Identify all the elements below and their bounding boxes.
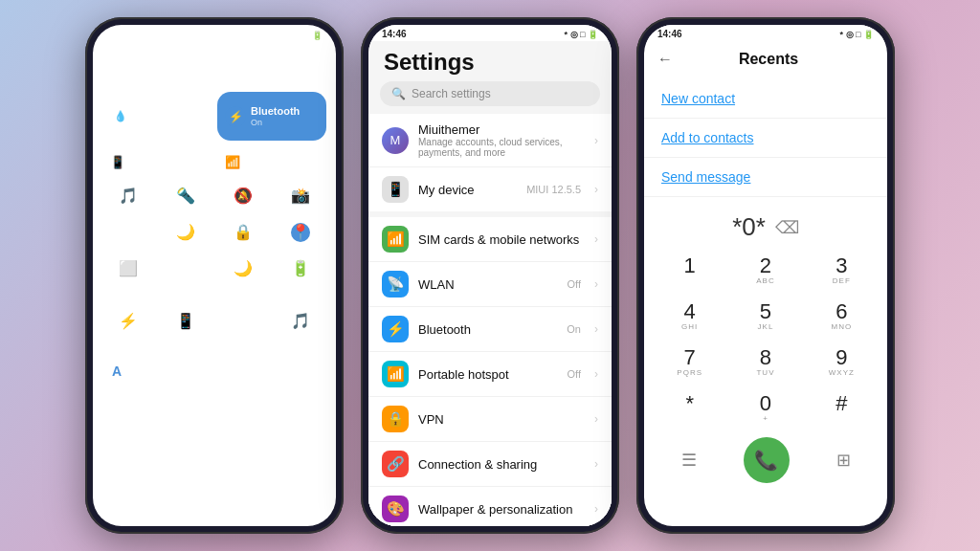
battery-saver-button[interactable]: 🔋 xyxy=(291,259,310,278)
vibrate-button[interactable]: 🎵 xyxy=(119,187,138,206)
key-2[interactable]: 2 ABC xyxy=(727,248,803,294)
call-button[interactable]: 📞 xyxy=(744,437,790,483)
cc-mobile-data[interactable]: 📱 bile data Not available xyxy=(102,146,212,179)
dialer-bottom: ☰ 📞 ⊞ xyxy=(644,431,887,487)
key-6[interactable]: 6 MNO xyxy=(804,294,880,340)
wlan-arrow: › xyxy=(594,277,598,291)
key-1[interactable]: 1 xyxy=(652,248,727,294)
key-4[interactable]: 4 GHI xyxy=(652,294,727,340)
mobile-data-icon: 📱 xyxy=(110,155,125,169)
user-avatar[interactable]: A xyxy=(102,357,131,386)
dnd-label: DND xyxy=(234,279,251,288)
sim-networks-item[interactable]: 📶 SIM cards & mobile networks › xyxy=(368,217,612,262)
key-6-letters: MNO xyxy=(831,322,852,332)
cc-card-bluetooth-text: Bluetooth On xyxy=(251,105,300,128)
phone1-status-icons: * ◎ 🔋 xyxy=(296,31,323,40)
scanner-button[interactable]: ⬜ xyxy=(119,259,138,278)
back-arrow-icon[interactable]: ← xyxy=(657,51,673,68)
settings-search[interactable]: 🔍 Search settings xyxy=(380,81,600,106)
new-contact-link[interactable]: New contact xyxy=(644,79,887,119)
hotspot-item[interactable]: 📶 Portable hotspot Off › xyxy=(368,352,612,397)
key-3[interactable]: 3 DEF xyxy=(804,248,880,294)
location-button[interactable]: 📍 xyxy=(291,223,310,242)
brightness-slider[interactable]: ☀ xyxy=(139,358,326,385)
cc-wlan[interactable]: 📶 WLAN Off xyxy=(217,146,326,179)
vpn-arrow: › xyxy=(594,412,598,426)
miuithemer-item[interactable]: M Miuithemer Manage accounts, cloud serv… xyxy=(368,114,612,167)
my-device-item[interactable]: 📱 My device MIUI 12.5.5 › xyxy=(368,167,612,211)
key-8[interactable]: 8 TUV xyxy=(727,340,803,386)
key-0-letters: + xyxy=(763,414,768,424)
phone1-top-cards: 💧 card isn't lea... — MB ⚡ Bluetooth On xyxy=(93,92,336,146)
key-5-letters: JKL xyxy=(758,322,774,332)
airplane-button[interactable]: ✈ xyxy=(120,223,138,241)
dialpad-icon[interactable]: ⊞ xyxy=(836,450,851,471)
backspace-icon[interactable]: ⌫ xyxy=(775,217,799,238)
reading-label: ading mod xyxy=(167,277,203,286)
dnd-button[interactable]: 🌙 xyxy=(234,259,253,278)
key-9[interactable]: 9 WXYZ xyxy=(804,340,880,386)
key-1-num: 1 xyxy=(684,255,696,276)
cc-card-water[interactable]: 💧 card isn't lea... — MB xyxy=(102,92,212,141)
dialer-keypad: 1 2 ABC 3 DEF 4 GHI 5 JKL 6 MNO xyxy=(644,248,887,431)
key-8-letters: TUV xyxy=(756,368,774,378)
darkmode-button[interactable]: 🌙 xyxy=(176,223,195,242)
send-message-link[interactable]: Send message xyxy=(644,158,887,197)
connection-sharing-item[interactable]: 🔗 Connection & sharing › xyxy=(368,442,612,487)
lockscreen-button[interactable]: 🔒 xyxy=(234,223,253,242)
flashlight-label: Flashlight xyxy=(169,207,202,215)
cc-extra-1[interactable]: ⚡ xyxy=(102,296,154,347)
phone1-date: Sunday, October 24 xyxy=(93,74,336,92)
wlan-settings-icon: 📡 xyxy=(382,271,409,298)
phone1-grid4: ⚡ 📱 ▶ 🎵 xyxy=(93,296,336,353)
my-device-arrow: › xyxy=(594,183,598,196)
hotspot-value: Off xyxy=(568,368,581,380)
sim-arrow: › xyxy=(594,232,598,246)
cc-mobile-data-text: bile data Not available xyxy=(130,152,180,173)
brightness-track xyxy=(165,369,317,373)
vpn-item[interactable]: 🔒 VPN › xyxy=(368,397,612,442)
flashlight-button[interactable]: 🔦 xyxy=(176,187,195,206)
phone-2: 14:46 * ◎ □ 🔋 Settings 🔍 Search settings… xyxy=(361,17,619,534)
cc-extra-2[interactable]: 📱 xyxy=(160,296,212,347)
key-5[interactable]: 5 JKL xyxy=(727,294,803,340)
wallpaper-item[interactable]: 🎨 Wallpaper & personalization › xyxy=(368,487,612,526)
add-to-contacts-link[interactable]: Add to contacts xyxy=(644,119,887,158)
key-star[interactable]: * xyxy=(652,386,727,431)
reading-button[interactable]: 👁 xyxy=(177,259,194,276)
phone-3: 14:46 * ◎ □ 🔋 ← Recents New contact Add … xyxy=(636,17,895,534)
key-0[interactable]: 0 + xyxy=(727,386,803,431)
screenshot-button[interactable]: 📸 xyxy=(291,187,310,206)
cc-extra-3[interactable]: ▶ xyxy=(217,296,269,347)
hotspot-text: Portable hotspot xyxy=(418,367,558,382)
my-device-text: My device xyxy=(418,183,517,197)
phone3-status: 14:46 * ◎ □ 🔋 xyxy=(644,25,887,41)
cc-card-bluetooth[interactable]: ⚡ Bluetooth On xyxy=(217,92,326,141)
phone3-time: 14:46 xyxy=(657,29,682,39)
key-7-num: 7 xyxy=(684,347,696,368)
cc-extra-4[interactable]: 🎵 xyxy=(275,296,326,347)
recents-title: Recents xyxy=(686,51,874,68)
brightness-icon: ☀ xyxy=(148,364,159,378)
phone1-bottom: A ☀ xyxy=(93,353,336,391)
my-device-icon: 📱 xyxy=(382,176,409,203)
bluetooth-settings-text: Bluetooth xyxy=(418,322,557,337)
connection-arrow: › xyxy=(594,457,598,471)
hotspot-icon: 📶 xyxy=(382,361,409,387)
mute-button[interactable]: 🔕 xyxy=(234,187,253,206)
cc-wlan-text: WLAN Off xyxy=(245,152,270,173)
key-hash[interactable]: # xyxy=(804,386,880,431)
darkmode-label: Dark mode xyxy=(167,243,204,252)
key-7[interactable]: 7 PQRS xyxy=(652,340,727,386)
key-7-letters: PQRS xyxy=(677,368,702,378)
sim-text: SIM cards & mobile networks xyxy=(418,232,585,247)
cc-card-water-text: card isn't lea... — MB xyxy=(136,99,204,134)
wlan-item[interactable]: 📡 WLAN Off › xyxy=(368,262,612,307)
key-9-num: 9 xyxy=(835,347,847,368)
hotspot-arrow: › xyxy=(594,367,598,381)
key-5-num: 5 xyxy=(760,301,771,322)
dialer-menu-icon[interactable]: ☰ xyxy=(681,450,697,471)
settings-connectivity-section: 📶 SIM cards & mobile networks › 📡 WLAN O… xyxy=(368,217,612,526)
bluetooth-item[interactable]: ⚡ Bluetooth On › xyxy=(368,307,612,352)
settings-account-section: M Miuithemer Manage accounts, cloud serv… xyxy=(368,114,612,211)
